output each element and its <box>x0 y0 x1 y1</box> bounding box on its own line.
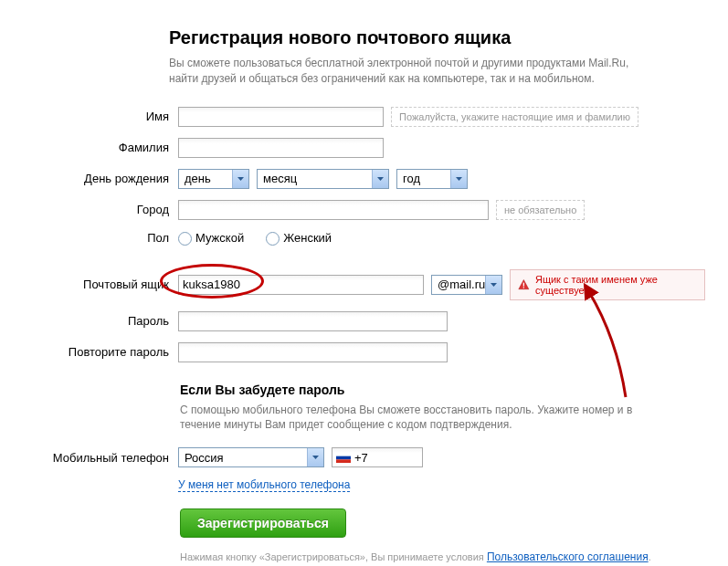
svg-rect-5 <box>523 282 524 286</box>
birthday-month-value: месяц <box>263 172 297 185</box>
gender-male-label: Мужской <box>195 231 244 245</box>
first-name-input[interactable] <box>178 107 384 127</box>
terms-link[interactable]: Пользовательского соглашения <box>487 550 649 563</box>
label-gender: Пол <box>23 231 178 245</box>
birthday-year-value: год <box>403 172 420 185</box>
mailbox-domain-value: @mail.ru <box>438 278 485 291</box>
label-first-name: Имя <box>23 110 178 123</box>
phone-prefix: +7 <box>354 451 368 465</box>
gender-female-option[interactable]: Женский <box>266 231 332 246</box>
svg-marker-0 <box>237 177 244 181</box>
city-input[interactable] <box>178 200 489 220</box>
radio-icon <box>178 232 192 246</box>
mailbox-domain-select[interactable]: @mail.ru <box>431 275 502 295</box>
phone-number-input[interactable]: +7 <box>332 447 423 467</box>
phone-country-select[interactable]: Россия <box>178 447 324 467</box>
chevron-down-icon <box>485 276 501 294</box>
recovery-desc: С помощью мобильного телефона Вы сможете… <box>180 403 655 434</box>
label-mailbox: Почтовый ящик <box>23 278 178 291</box>
birthday-day-select[interactable]: день <box>178 169 249 189</box>
mailbox-error-text: Ящик с таким именем уже существует <box>535 274 697 296</box>
svg-marker-3 <box>491 283 497 287</box>
name-hint: Пожалуйста, укажите настоящие имя и фами… <box>391 107 638 127</box>
birthday-month-select[interactable]: месяц <box>257 169 389 189</box>
mailbox-login-input[interactable] <box>178 275 424 295</box>
no-phone-link[interactable]: У меня нет мобильного телефона <box>178 478 350 492</box>
terms-text: Нажимая кнопку «Зарегистрироваться», Вы … <box>180 550 705 563</box>
label-password: Пароль <box>23 314 178 328</box>
label-password-repeat: Повторите пароль <box>23 345 178 359</box>
gender-male-option[interactable]: Мужской <box>178 231 244 246</box>
label-last-name: Фамилия <box>23 141 178 154</box>
recovery-title: Если Вы забудете пароль <box>180 383 705 397</box>
svg-marker-2 <box>456 177 462 181</box>
birthday-year-select[interactable]: год <box>396 169 468 189</box>
birthday-day-value: день <box>185 172 211 185</box>
svg-rect-6 <box>523 287 524 288</box>
flag-russia-icon <box>336 453 351 463</box>
label-city: Город <box>23 203 178 216</box>
svg-rect-9 <box>336 456 351 459</box>
svg-marker-1 <box>377 177 384 181</box>
chevron-down-icon <box>307 448 323 466</box>
radio-icon <box>266 232 280 246</box>
svg-marker-7 <box>312 456 319 459</box>
mailbox-error: Ящик с таким именем уже существует <box>510 269 705 300</box>
page-title: Регистрация нового почтового ящика <box>169 27 705 48</box>
city-hint: не обязательно <box>496 200 585 220</box>
svg-rect-10 <box>336 459 351 463</box>
page-subtitle: Вы сможете пользоваться бесплатной элект… <box>169 56 644 87</box>
label-birthday: День рождения <box>23 172 178 185</box>
password-input[interactable] <box>178 311 448 331</box>
submit-button[interactable]: Зарегистрироваться <box>180 508 346 538</box>
terms-prefix: Нажимая кнопку «Зарегистрироваться», Вы … <box>180 551 487 562</box>
last-name-input[interactable] <box>178 138 384 158</box>
phone-country-value: Россия <box>185 451 224 465</box>
chevron-down-icon <box>450 170 467 188</box>
warning-icon <box>518 278 530 291</box>
chevron-down-icon <box>232 170 248 188</box>
label-mobile: Мобильный телефон <box>23 451 178 465</box>
chevron-down-icon <box>372 170 388 188</box>
password-repeat-input[interactable] <box>178 342 448 362</box>
gender-female-label: Женский <box>283 231 332 245</box>
